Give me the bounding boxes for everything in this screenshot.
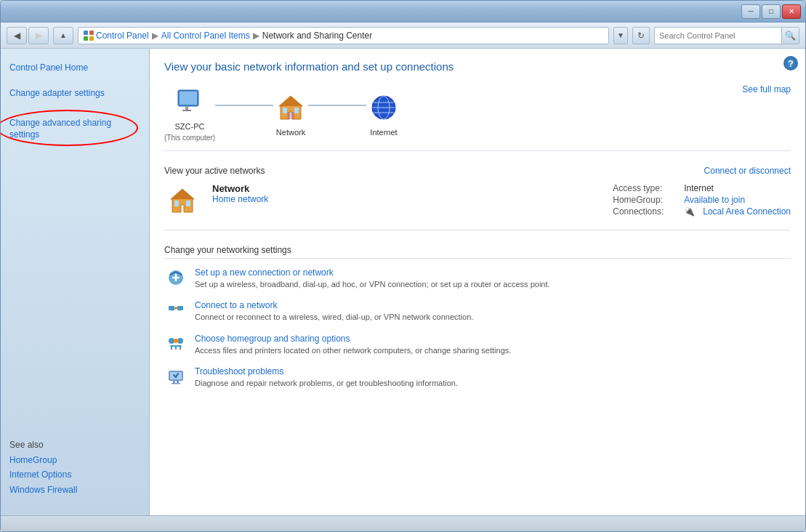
svg-rect-36	[172, 383, 180, 384]
diagram-line-2	[308, 105, 366, 106]
pc-icon	[172, 84, 207, 119]
svg-rect-6	[185, 107, 188, 110]
action-item-1: Connect to a network Connect or reconnec…	[164, 300, 791, 323]
internet-label: Internet	[370, 128, 397, 137]
action-item-3: Troubleshoot problems Diagnose and repai…	[164, 366, 791, 389]
sidebar-bottom: See also HomeGroup Internet Options Wind…	[1, 431, 149, 507]
forward-button[interactable]: ▶	[28, 27, 49, 44]
page-title: View your basic network information and …	[164, 60, 791, 73]
active-networks-header: View your active networks Connect or dis…	[164, 166, 791, 176]
highlighted-link-wrapper: Change advanced sharing settings	[9, 116, 140, 143]
sidebar: Control Panel Home Change adapter settin…	[1, 49, 150, 515]
network-icon-area	[164, 183, 201, 218]
homegroup-action-link[interactable]: Choose homegroup and sharing options	[195, 334, 791, 344]
connect-or-disconnect-link[interactable]: Connect or disconnect	[704, 166, 791, 176]
svg-rect-0	[84, 31, 88, 35]
diagram-network: Network	[273, 90, 308, 137]
setup-new-link[interactable]: Set up a new connection or network	[195, 267, 791, 278]
setup-new-icon-wrap	[164, 267, 188, 290]
svg-rect-34	[173, 381, 175, 383]
setup-new-desc: Set up a wireless, broadband, dial-up, a…	[195, 280, 550, 289]
access-type-row: Access type: Internet	[613, 183, 791, 193]
network-info: Network Home network	[212, 183, 572, 218]
svg-rect-31	[170, 345, 182, 347]
connect-link-action[interactable]: Connect to a network	[195, 300, 791, 310]
connections-row: Connections: 🔌 Local Area Connection	[613, 206, 791, 217]
pc-sublabel: (This computer)	[164, 134, 215, 142]
access-type-label: Access type:	[613, 183, 678, 193]
svg-point-28	[169, 338, 174, 344]
connection-link[interactable]: Local Area Connection	[703, 206, 791, 217]
search-box: 🔍	[654, 27, 799, 44]
sidebar-item-change-adapter[interactable]: Change adapter settings	[9, 86, 140, 101]
main-window: ─ □ ✕ ◀ ▶ ▲ Control Panel ▶ All Control …	[0, 0, 806, 532]
action-item-2: Choose homegroup and sharing options Acc…	[164, 334, 791, 356]
address-bar: ◀ ▶ ▲ Control Panel ▶ All Control Panel …	[1, 23, 805, 49]
title-bar: ─ □ ✕	[1, 1, 805, 23]
troubleshoot-icon	[167, 368, 185, 385]
back-button[interactable]: ◀	[7, 27, 27, 44]
search-button[interactable]: 🔍	[781, 28, 799, 44]
network-type-link[interactable]: Home network	[212, 194, 268, 204]
homegroup-icon	[167, 335, 185, 352]
see-also-label: See also	[9, 440, 140, 450]
sidebar-nav: Control Panel Home Change adapter settin…	[1, 57, 149, 145]
breadcrumb-current: Network and Sharing Center	[262, 31, 372, 41]
minimize-button[interactable]: ─	[741, 4, 760, 19]
see-full-map-link[interactable]: See full map	[742, 84, 791, 94]
connections-label: Connections:	[613, 206, 678, 217]
action-text-3: Troubleshoot problems Diagnose and repai…	[195, 366, 791, 389]
svg-rect-12	[283, 108, 287, 113]
sidebar-item-homegroup[interactable]: HomeGroup	[9, 453, 140, 468]
sidebar-item-control-panel-home[interactable]: Control Panel Home	[9, 60, 140, 76]
diagram-line-1	[215, 105, 273, 106]
active-network-icon	[168, 186, 197, 215]
breadcrumb-control-panel[interactable]: Control Panel	[96, 31, 149, 41]
main-area: Control Panel Home Change adapter settin…	[1, 49, 805, 515]
sidebar-item-windows-firewall[interactable]: Windows Firewall	[9, 483, 140, 498]
sidebar-item-change-advanced[interactable]: Change advanced sharing settings	[9, 116, 140, 143]
diagram-internet: Internet	[366, 90, 401, 137]
action-item-0: Set up a new connection or network Set u…	[164, 267, 791, 290]
network-row: Network Home network Access type: Intern…	[164, 183, 791, 230]
connect-icon-wrap	[164, 300, 188, 323]
window-controls: ─ □ ✕	[741, 4, 801, 19]
action-text-2: Choose homegroup and sharing options Acc…	[195, 334, 791, 356]
svg-rect-3	[89, 36, 94, 41]
close-button[interactable]: ✕	[782, 4, 801, 19]
maximize-button[interactable]: □	[762, 4, 781, 19]
access-type-value: Internet	[684, 183, 714, 193]
troubleshoot-icon-wrap	[164, 366, 188, 389]
svg-point-27	[174, 307, 177, 310]
up-button[interactable]: ▲	[53, 27, 73, 44]
address-dropdown[interactable]: ▼	[613, 27, 628, 44]
connect-icon	[167, 302, 185, 319]
homegroup-row: HomeGroup: Available to join	[613, 195, 791, 205]
svg-point-30	[174, 339, 178, 343]
homegroup-desc: Access files and printers located on oth…	[195, 346, 511, 355]
homegroup-icon-wrap	[164, 334, 188, 356]
connect-desc: Connect or reconnect to a wireless, wire…	[195, 313, 473, 321]
status-bar	[1, 515, 805, 531]
nav-buttons: ◀ ▶	[7, 27, 49, 44]
help-icon[interactable]: ?	[783, 56, 798, 70]
network-details: Access type: Internet HomeGroup: Availab…	[613, 183, 791, 218]
troubleshoot-desc: Diagnose and repair network problems, or…	[195, 379, 458, 387]
svg-rect-2	[84, 36, 88, 41]
sidebar-item-internet-options[interactable]: Internet Options	[9, 467, 140, 483]
breadcrumb-sep-2: ▶	[253, 31, 259, 41]
breadcrumb-all-items[interactable]: All Control Panel Items	[161, 31, 250, 41]
homegroup-label: HomeGroup:	[613, 195, 678, 205]
svg-rect-35	[177, 381, 179, 383]
connection-icon: 🔌	[684, 206, 695, 217]
homegroup-value-link[interactable]: Available to join	[684, 195, 745, 205]
breadcrumb-sep-1: ▶	[152, 31, 158, 41]
active-networks-title: View your active networks	[164, 166, 265, 176]
change-section-title: Change your networking settings	[164, 245, 791, 259]
diagram-pc: SZC-PC (This computer)	[164, 84, 215, 142]
refresh-button[interactable]: ↻	[632, 27, 650, 44]
troubleshoot-link[interactable]: Troubleshoot problems	[195, 366, 791, 376]
search-input[interactable]	[655, 31, 781, 40]
svg-rect-10	[287, 112, 294, 119]
network-label: Network	[276, 128, 305, 137]
